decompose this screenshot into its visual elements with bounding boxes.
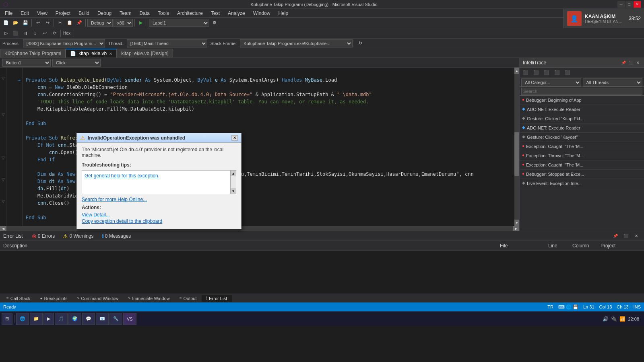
platform-dropdown[interactable]: x86 (114, 19, 133, 27)
menu-item-team[interactable]: Team (116, 10, 134, 17)
taskbar-chat[interactable]: 💬 (82, 313, 95, 325)
vertical-scrollbar[interactable]: ▲ ▼ (514, 68, 519, 226)
tb-undo[interactable]: ↩ (33, 19, 42, 27)
minimize-button[interactable]: ─ (617, 1, 625, 8)
tb-paste[interactable]: 📌 (75, 19, 84, 27)
bottom-tab-immediatewindow[interactable]: >Immediate Window (123, 295, 174, 302)
menu-item-help[interactable]: Help (275, 10, 291, 17)
stack-dropdown[interactable]: Kütüphane Takip Programi.exe!Kütüphane..… (240, 39, 353, 47)
intelli-tb5[interactable]: ⬛ (563, 68, 572, 77)
scroll-right[interactable]: ▶ (513, 226, 519, 231)
tb-copy[interactable]: 📋 (65, 19, 74, 27)
menu-item-test[interactable]: Test (208, 10, 223, 17)
warnings-badge[interactable]: ⚠ 0 Warnings (60, 232, 96, 240)
errors-badge[interactable]: ⊗ 0 Errors (29, 232, 58, 240)
tb-save[interactable]: 💾 (21, 19, 30, 27)
menu-item-build[interactable]: Build (75, 10, 93, 17)
start-button[interactable]: ⊞ (2, 313, 12, 325)
bottom-tab-callstack[interactable]: ≡Call Stack (2, 295, 35, 302)
menu-item-window[interactable]: Window (250, 10, 274, 17)
intelli-tb3[interactable]: ⬛ (542, 68, 551, 77)
error-list-pin[interactable]: 📌 (611, 232, 620, 241)
exc-help-link[interactable]: Get general help for this exception. (85, 173, 159, 179)
intelli-expand[interactable]: ⬛ (628, 60, 634, 66)
exc-copy-link[interactable]: Copy exception detail to the clipboard (82, 218, 236, 224)
error-list-expand[interactable]: ⬛ (621, 232, 630, 241)
menu-item-file[interactable]: File (2, 10, 16, 17)
tb-start[interactable]: ▶ (136, 19, 145, 27)
bottom-tab-output[interactable]: ≡Output (175, 295, 202, 302)
taskbar-vs[interactable]: VS (123, 313, 136, 325)
scroll-left[interactable]: ◀ (0, 226, 6, 231)
exc-view-detail-link[interactable]: View Detail... (82, 212, 236, 218)
menu-item-project[interactable]: Project (52, 10, 74, 17)
maximize-button[interactable]: □ (625, 1, 633, 8)
intelli-event-item[interactable]: ●Exception: Caught: "The 'M... (520, 160, 644, 170)
tab-main[interactable]: Kütüphane Takip Programi (0, 49, 66, 58)
tab-kitap-close[interactable]: ✕ (109, 51, 112, 56)
stack-refresh[interactable]: ↻ (356, 39, 365, 48)
exc-tips-scrollbar[interactable]: ▲ ▼ (230, 171, 236, 194)
menu-item-analyze[interactable]: Analyze (225, 10, 248, 17)
exc-close-button[interactable]: ✕ (231, 135, 238, 141)
tb2-hex[interactable]: Hex (62, 29, 71, 38)
taskbar-tools[interactable]: 🔧 (109, 313, 122, 325)
intelli-event-item[interactable]: ●Debugger: Stopped at Exce... (520, 170, 644, 179)
taskbar-mail[interactable]: 📧 (96, 313, 109, 325)
tb2-1[interactable]: ▷ (2, 29, 10, 38)
error-list-close[interactable]: ✕ (632, 232, 641, 241)
debug-config-dropdown[interactable]: Debug (87, 19, 113, 27)
intelli-event-item[interactable]: ◆Gesture: Clicked "Kaydet" (520, 133, 644, 142)
messages-badge[interactable]: ℹ 0 Messages (99, 232, 134, 240)
tb2-5[interactable]: ↩ (40, 29, 49, 38)
menu-item-view[interactable]: View (34, 10, 51, 17)
tb2-3[interactable]: ⏸ (21, 29, 30, 38)
exc-more-help-link[interactable]: Search for more Help Online... (82, 197, 236, 202)
tb-new[interactable]: 📄 (2, 19, 10, 27)
intelli-event-item[interactable]: ●Exception: Caught: "The 'M... (520, 142, 644, 151)
process-dropdown[interactable]: [4892] Kütüphane Takip Programı... (23, 39, 105, 47)
intelli-event-item[interactable]: ◆ADO.NET: Execute Reader (520, 105, 644, 114)
intelli-pin[interactable]: 📌 (621, 60, 626, 66)
bottom-tab-breakpoints[interactable]: ●Breakpoints (35, 295, 72, 302)
tb-open[interactable]: 📂 (11, 19, 20, 27)
tb-more[interactable]: ⚙ (210, 19, 219, 27)
taskbar-music[interactable]: 🎵 (55, 313, 68, 325)
intelli-tb2[interactable]: ⬛ (532, 68, 541, 77)
menu-item-tools[interactable]: Tools (155, 10, 172, 17)
intelli-tb1[interactable]: ⬛ (521, 68, 530, 77)
tb-cut[interactable]: ✂ (56, 19, 64, 27)
tb-redo[interactable]: ↪ (43, 19, 52, 27)
tb2-4[interactable]: ⤵ (31, 29, 39, 38)
label-dropdown[interactable]: Label1 (149, 19, 209, 27)
scroll-up[interactable]: ▲ (514, 68, 519, 74)
method-dropdown[interactable]: Click (52, 59, 101, 67)
bottom-tab-errorlist[interactable]: !Error List (202, 295, 232, 302)
intelli-event-item[interactable]: ◆Live Event: Exception Inte... (520, 179, 644, 188)
close-button[interactable]: ✕ (634, 1, 641, 8)
intelli-event-item[interactable]: ◆ADO.NET: Execute Reader (520, 123, 644, 133)
menu-item-edit[interactable]: Edit (17, 10, 32, 17)
scroll-down[interactable]: ▼ (514, 220, 519, 226)
taskbar-media[interactable]: ▶ (43, 313, 54, 325)
menu-item-architecture[interactable]: Architecture (174, 10, 206, 17)
taskbar-explorer[interactable]: 📁 (30, 313, 43, 325)
bottom-tab-commandwindow[interactable]: >Command Window (72, 295, 124, 302)
intelli-tb4[interactable]: ⬛ (553, 68, 561, 77)
intelli-event-item[interactable]: ●Debugger: Beginning of App (520, 96, 644, 105)
search-input[interactable] (521, 88, 642, 95)
scroll-thumb[interactable] (514, 132, 519, 176)
intelli-event-item[interactable]: ●Exception: Thrown: "The 'M... (520, 151, 644, 160)
taskbar-firefox[interactable]: 🌍 (68, 313, 81, 325)
tab-design[interactable]: kitap_ekle.vb [Design] (117, 49, 173, 58)
menu-item-debug[interactable]: Debug (94, 10, 115, 17)
class-dropdown[interactable]: Button1 (2, 59, 51, 67)
tb2-2[interactable]: ⬛ (11, 29, 20, 38)
intelli-event-item[interactable]: ◆Gesture: Clicked "Kitap Ekl... (520, 114, 644, 123)
intelli-close[interactable]: ✕ (635, 60, 641, 66)
tb2-6[interactable]: ⟳ (50, 29, 59, 38)
category-filter[interactable]: All Categor... (521, 78, 581, 86)
menu-item-data[interactable]: Data (136, 10, 153, 17)
tab-kitap-ekle[interactable]: 📄 kitap_ekle.vb ✕ (66, 49, 117, 58)
thread-dropdown[interactable]: [1660] Main Thread (127, 39, 207, 47)
